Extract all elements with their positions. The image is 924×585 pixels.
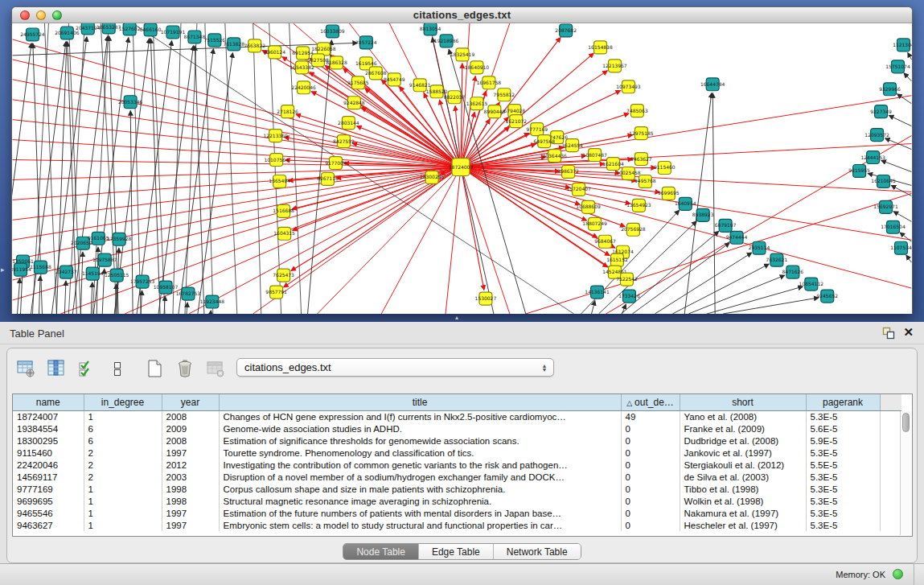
memory-ok-indicator [893, 569, 903, 579]
show-columns-icon[interactable] [44, 358, 68, 379]
citation-edge-red [446, 167, 461, 314]
citation-edge-black [900, 233, 911, 241]
node-label: 8990448 [484, 109, 506, 114]
table-selector-dropdown[interactable]: citations_edges.txt ▲ ▼ [236, 358, 554, 377]
node-label: 7625473 [273, 272, 294, 278]
node-label: 20364436 [542, 153, 567, 159]
status-separator [914, 564, 914, 585]
citation-edge-black [133, 23, 141, 314]
node-label: 7632621 [766, 257, 788, 262]
citation-edge-black [672, 264, 769, 314]
citation-edge-red [606, 136, 912, 314]
node-label: 1115688 [30, 264, 51, 270]
delete-table-icon[interactable] [173, 358, 197, 379]
table-row[interactable]: 977716911998Corpus callosum shape and si… [13, 483, 901, 495]
table-row[interactable]: 1872400712008Changes of HCN gene express… [13, 410, 901, 422]
node-label: 1362615 [466, 101, 488, 106]
tab-network-table[interactable]: Network Table [493, 544, 581, 559]
column-header-out_de[interactable]: △out_de… [621, 394, 680, 410]
node-label: 10719191 [161, 29, 186, 35]
node-label: 1527602 [119, 26, 141, 31]
node-label: 9474444 [726, 234, 748, 240]
node-label: 2803144 [338, 120, 359, 126]
node-label: 9857791 [265, 289, 287, 295]
table-row[interactable]: 1830029562008Estimation of significance … [13, 435, 901, 447]
new-table-icon[interactable] [142, 358, 166, 379]
node-label: 9242848 [343, 100, 365, 105]
desktop-left-mark: ▸ [1, 266, 5, 274]
vertical-scrollbar[interactable] [900, 411, 911, 535]
node-label: 10025458 [616, 170, 641, 175]
node-label: 3624554 [561, 142, 583, 148]
network-canvas[interactable]: 2495572420691406204371941065328715276026… [12, 23, 912, 314]
node-label: 8186328 [326, 60, 347, 65]
node-label: 10688609 [576, 204, 601, 209]
node-label: 17359928 [107, 236, 132, 241]
node-label: 8671348 [184, 34, 206, 39]
citation-edge-red [13, 167, 461, 220]
node-label: 6497568 [533, 138, 555, 144]
citation-edge-red [13, 160, 461, 167]
table-row[interactable]: 946554611997Estimation of the future num… [13, 507, 901, 519]
citation-edge-black [904, 73, 911, 81]
node-label: 7485063 [626, 108, 648, 113]
node-label: 10653287 [97, 24, 121, 30]
citation-edge-black [723, 298, 819, 314]
citation-edge-black [21, 270, 23, 314]
window-title: citations_edges.txt [12, 9, 912, 21]
node-label: 22420046 [291, 84, 316, 90]
tab-node-table[interactable]: Node Table [343, 544, 418, 559]
citation-edge-red [461, 167, 911, 289]
table-row[interactable]: 946362711997Embryonic stem cells: a mode… [13, 519, 901, 531]
table-row[interactable]: 1456911722003Disruption of a novel membe… [13, 471, 901, 483]
node-label: 19218986 [434, 38, 459, 43]
node-label: 9245652 [816, 293, 838, 299]
import-table-disabled-icon [203, 358, 228, 379]
citation-edge-black [80, 252, 83, 314]
table-settings-icon[interactable] [14, 358, 38, 379]
row-height-icon[interactable] [105, 358, 129, 379]
node-label: 18640910 [465, 64, 490, 70]
column-header-in_degree[interactable]: in_degree [84, 394, 162, 410]
citation-edge-black [137, 41, 171, 314]
column-header-short[interactable]: short [680, 394, 806, 410]
node-label: 6879197 [715, 222, 737, 228]
table-row[interactable]: 969969511998Structural magnetic resonanc… [13, 495, 901, 507]
node-label: 9177004 [325, 160, 347, 166]
table-selector-value: citations_edges.txt [237, 361, 539, 373]
node-label: 8471626 [782, 269, 804, 274]
node-label: 9495768 [634, 178, 656, 183]
column-header-pagerank[interactable]: pagerank [806, 394, 880, 410]
column-header-title[interactable]: title [219, 394, 621, 410]
table-row[interactable]: 1938455462009Genome-wide association stu… [13, 422, 901, 435]
table-row[interactable]: 911546021997Tourette syndrome. Phenomeno… [13, 447, 901, 459]
citation-edge-black [187, 303, 187, 314]
scrollbar-thumb[interactable] [902, 413, 910, 432]
citation-edge-red [461, 167, 484, 290]
table-row[interactable]: 2242004622012Investigating the contribut… [13, 459, 901, 471]
select-rows-icon[interactable] [75, 358, 99, 379]
float-panel-icon[interactable] [882, 327, 895, 340]
node-label: 9777169 [526, 126, 548, 132]
node-label: 16961758 [477, 80, 502, 85]
status-bar: Memory: OK [0, 563, 924, 585]
node-label: 15720407 [566, 186, 591, 192]
citation-edge-black [179, 49, 213, 314]
node-label: 1733426 [618, 293, 640, 299]
tab-edge-table[interactable]: Edge Table [418, 544, 493, 559]
close-panel-icon[interactable]: ✕ [903, 325, 914, 340]
node-label: 2087682 [555, 27, 577, 33]
table-panel-header: Table Panel ✕ [0, 322, 924, 344]
citation-edge-black [897, 94, 912, 104]
node-label: 10654112 [799, 281, 824, 286]
column-header-year[interactable]: year [162, 394, 219, 410]
citation-edge-black [91, 282, 92, 314]
node-label: 1145194 [82, 270, 104, 276]
column-header-name[interactable]: name [13, 394, 84, 410]
node-label: 11923448 [200, 299, 225, 304]
citation-edge-black [707, 286, 803, 314]
node-label: 7986372 [557, 168, 579, 174]
node-label: 6466160 [140, 27, 162, 32]
window-titlebar[interactable]: citations_edges.txt [12, 7, 912, 23]
table-panel-body: f(x) citations_edges.txt ▲ ▼ namein_degr… [6, 348, 918, 563]
